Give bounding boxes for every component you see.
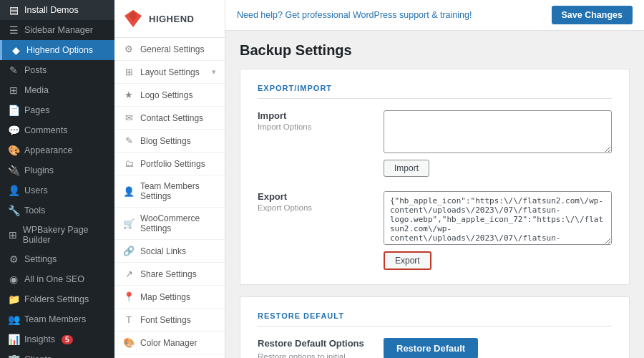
export-control: Export: [384, 191, 612, 270]
sidebar-manager-icon: ☰: [7, 24, 20, 36]
blog-settings-icon: ✎: [123, 135, 135, 146]
posts-icon: ✎: [7, 64, 20, 76]
help-text: Need help? Get professional WordPress su…: [237, 10, 472, 20]
share-settings-icon: ↗: [123, 268, 135, 279]
sub-sidebar-item-woocommerce-settings[interactable]: 🛒 WooCommerce Settings: [114, 208, 225, 240]
main-content: Need help? Get professional WordPress su…: [225, 0, 644, 358]
sub-sidebar-item-map-settings[interactable]: 📍 Map Settings: [114, 286, 225, 309]
sidebar-item-settings[interactable]: ⚙ Settings: [0, 249, 114, 269]
export-label: Export Export Options: [258, 191, 372, 270]
wpbakery-icon: ⊞: [7, 229, 19, 241]
seo-icon: ◉: [7, 274, 20, 285]
sidebar-item-media[interactable]: ⊞ Media: [0, 80, 114, 100]
import-control: Import: [384, 110, 612, 177]
sub-sidebar-item-team-settings[interactable]: 👤 Team Members Settings: [114, 175, 225, 208]
wp-admin-sidebar: ▤ Install Demos ☰ Sidebar Manager ◆ High…: [0, 0, 114, 358]
export-label-title: Export: [258, 191, 372, 202]
sidebar-item-comments[interactable]: 💬 Comments: [0, 120, 114, 140]
font-settings-icon: T: [123, 314, 135, 325]
page-title: Backup Settings: [240, 42, 630, 59]
top-bar: Need help? Get professional WordPress su…: [225, 0, 644, 31]
sidebar-item-posts[interactable]: ✎ Posts: [0, 60, 114, 80]
layout-arrow-icon: ▾: [212, 67, 216, 77]
color-manager-icon: 🎨: [123, 337, 135, 348]
team-icon: 👥: [7, 314, 20, 325]
export-textarea[interactable]: [384, 191, 612, 245]
sidebar-item-insights[interactable]: 📊 Insights 5: [0, 329, 114, 349]
install-demos-icon: ▤: [7, 4, 20, 16]
content-area: Backup Settings EXPORT/IMPORT Import Imp…: [225, 31, 644, 358]
tools-icon: 🔧: [7, 205, 20, 216]
clients-icon: 🏢: [7, 354, 20, 358]
sidebar-item-team-members[interactable]: 👥 Team Members: [0, 309, 114, 329]
map-settings-icon: 📍: [123, 291, 135, 302]
pages-icon: 📄: [7, 105, 20, 116]
sub-sidebar-item-general-settings[interactable]: ⚙ General Settings: [114, 38, 225, 61]
restore-row: Restore Default Options Restore options …: [258, 338, 612, 358]
portfolio-settings-icon: 🗂: [123, 158, 135, 169]
sub-sidebar-item-coming-soon[interactable]: ⏰ Coming Soon Mode: [114, 354, 225, 358]
restore-default-button[interactable]: Restore Default: [384, 338, 478, 358]
export-button[interactable]: Export: [384, 251, 431, 270]
comments-icon: 💬: [7, 125, 20, 136]
sidebar-item-install-demos[interactable]: ▤ Install Demos: [0, 0, 114, 20]
import-label-title: Import: [258, 110, 372, 121]
team-settings-icon: 👤: [123, 186, 135, 197]
sidebar-item-plugins[interactable]: 🔌 Plugins: [0, 160, 114, 180]
import-label: Import Import Options: [258, 110, 372, 177]
sidebar-item-users[interactable]: 👤 Users: [0, 180, 114, 200]
settings-icon: ⚙: [7, 253, 20, 265]
sub-sidebar-item-font-settings[interactable]: T Font Settings: [114, 309, 225, 332]
sub-sidebar-item-portfolio-settings[interactable]: 🗂 Portfolio Settings: [114, 153, 225, 175]
export-row: Export Export Options Export: [258, 191, 612, 270]
restore-default-card: RESTORE DEFAULT Restore Default Options …: [240, 296, 630, 358]
highend-logo-text: HIGHEND: [149, 14, 194, 24]
sub-sidebar-item-contact-settings[interactable]: ✉ Contact Settings: [114, 107, 225, 130]
woocommerce-settings-icon: 🛒: [123, 218, 135, 229]
sub-sidebar-item-social-links[interactable]: 🔗 Social Links: [114, 240, 225, 263]
appearance-icon: 🎨: [7, 145, 20, 156]
export-label-desc: Export Options: [258, 203, 372, 212]
sub-sidebar-item-share-settings[interactable]: ↗ Share Settings: [114, 263, 225, 286]
import-label-desc: Import Options: [258, 122, 372, 131]
restore-control: Restore Default ** Please make sure you …: [384, 338, 612, 358]
sidebar-item-folders-settings[interactable]: 📁 Folders Settings: [0, 289, 114, 309]
logo-settings-icon: ★: [123, 90, 135, 100]
import-row: Import Import Options Import: [258, 110, 612, 177]
layout-settings-icon: ⊞: [123, 67, 135, 77]
insights-icon: 📊: [7, 334, 20, 345]
sidebar-item-all-in-one-seo[interactable]: ◉ All in One SEO: [0, 269, 114, 289]
restore-section-title: RESTORE DEFAULT: [258, 311, 612, 326]
restore-label-desc: Restore options to initial default value…: [258, 351, 372, 358]
insights-badge: 5: [62, 335, 73, 344]
media-icon: ⊞: [7, 84, 20, 96]
social-links-icon: 🔗: [123, 246, 135, 256]
sidebar-item-wpbakery[interactable]: ⊞ WPBakery Page Builder: [0, 221, 114, 249]
highend-logo: HIGHEND: [114, 0, 225, 38]
highend-options-icon: ◆: [9, 44, 22, 56]
import-button[interactable]: Import: [384, 160, 429, 177]
restore-label-title: Restore Default Options: [258, 338, 372, 349]
users-icon: 👤: [7, 185, 20, 196]
restore-label: Restore Default Options Restore options …: [258, 338, 372, 358]
sub-sidebar-item-layout-settings[interactable]: ⊞ Layout Settings ▾: [114, 61, 225, 84]
highend-options-sidebar: HIGHEND ⚙ General Settings ⊞ Layout Sett…: [114, 0, 225, 358]
diamond-logo-icon: [123, 9, 143, 29]
sidebar-item-clients[interactable]: 🏢 Clients: [0, 349, 114, 358]
sub-sidebar-item-logo-settings[interactable]: ★ Logo Settings: [114, 84, 225, 107]
general-settings-icon: ⚙: [123, 44, 135, 54]
sub-sidebar-item-color-manager[interactable]: 🎨 Color Manager: [114, 332, 225, 354]
export-import-section-title: EXPORT/IMPORT: [258, 84, 612, 99]
sidebar-item-sidebar-manager[interactable]: ☰ Sidebar Manager: [0, 20, 114, 40]
folders-icon: 📁: [7, 294, 20, 305]
import-textarea[interactable]: [384, 110, 612, 153]
contact-settings-icon: ✉: [123, 112, 135, 123]
sidebar-item-pages[interactable]: 📄 Pages: [0, 100, 114, 120]
plugins-icon: 🔌: [7, 165, 20, 176]
sidebar-item-highend-options[interactable]: ◆ Highend Options: [0, 40, 114, 60]
sidebar-item-tools[interactable]: 🔧 Tools: [0, 200, 114, 221]
sub-sidebar-item-blog-settings[interactable]: ✎ Blog Settings: [114, 130, 225, 153]
export-import-card: EXPORT/IMPORT Import Import Options Impo…: [240, 69, 630, 285]
sidebar-item-appearance[interactable]: 🎨 Appearance: [0, 140, 114, 160]
save-changes-button[interactable]: Save Changes: [552, 6, 633, 24]
